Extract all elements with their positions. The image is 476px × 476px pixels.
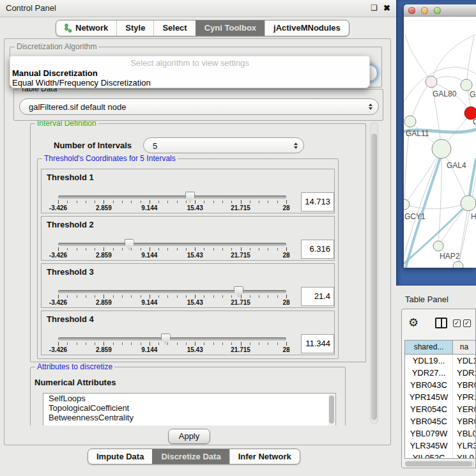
cell-shared-name[interactable]: YBR045C [405, 415, 453, 427]
table-row[interactable]: YIL052CYIL0 [405, 452, 475, 459]
attribute-list-item[interactable]: BetweennessCentrality [43, 413, 335, 422]
table-data-combobox[interactable]: galFiltered.sif default node [19, 98, 379, 115]
tick-label: 28 [282, 252, 289, 259]
attributes-list-scrollbar[interactable] [328, 394, 335, 426]
threshold-value-field[interactable]: 14.713 [301, 192, 334, 211]
cell-name[interactable]: YBL0 [453, 427, 475, 440]
settings-vertical-scrollbar[interactable] [370, 122, 378, 424]
table-row[interactable]: YDR27...YDR2 [405, 367, 475, 379]
network-edge[interactable] [431, 35, 476, 82]
number-of-intervals-combobox[interactable]: 5 [143, 137, 304, 153]
cell-name[interactable]: YLR3 [453, 440, 475, 452]
slider-major-ticks [58, 342, 286, 346]
zoom-traffic-light-icon[interactable] [434, 7, 441, 14]
popup-item-equal-width-frequency[interactable]: Equal Width/Frequency Discretization [12, 78, 151, 88]
tick-label: 21.715 [231, 204, 250, 211]
numerical-attributes-list[interactable]: SelfLoopsTopologicalCoefficientBetweenne… [43, 393, 336, 426]
tab-jactivemnodules[interactable]: jActiveMNodules [265, 20, 349, 36]
threshold-value-field[interactable]: 6.316 [301, 240, 334, 259]
number-of-intervals-label: Number of Intervals [54, 141, 132, 150]
tick-label: 28 [282, 346, 289, 353]
network-canvas[interactable]: GAL80GACGAL11GAL4GCY1HHAP2 [404, 17, 476, 268]
gear-icon[interactable]: ⚙ [408, 316, 418, 330]
close-icon[interactable]: ✖ [383, 3, 390, 13]
network-edge[interactable] [404, 203, 468, 209]
cell-name[interactable]: YIL0 [453, 452, 475, 459]
tab-impute-data[interactable]: Impute Data [88, 449, 152, 464]
column-header-name[interactable]: na [453, 341, 475, 354]
threshold-label: Threshold 2 [47, 220, 94, 229]
cell-shared-name[interactable]: YER054C [405, 403, 453, 415]
network-window-titlebar[interactable] [404, 4, 476, 17]
cell-name[interactable]: YDR2 [453, 367, 475, 379]
cell-shared-name[interactable]: YLR345W [405, 440, 453, 452]
network-node-GA-partial[interactable] [461, 79, 472, 91]
table-row[interactable]: YPR145WYPR1 [405, 391, 475, 403]
popup-item-manual-discretization[interactable]: Manual Discretization [12, 68, 98, 78]
apply-button[interactable]: Apply [168, 429, 210, 444]
control-panel-titlebar: Control Panel ❑ ✖ [0, 0, 396, 17]
cell-shared-name[interactable]: YDR27... [405, 367, 453, 379]
threshold-value-field[interactable]: 21.4 [301, 287, 334, 306]
table-row[interactable]: YBL079WYBL0 [405, 427, 475, 440]
tab-discretize-data[interactable]: Discretize Data [152, 449, 229, 464]
table-row[interactable]: YER054CYER0 [405, 403, 475, 415]
tab-select[interactable]: Select [153, 20, 195, 36]
cell-name[interactable]: YDL1 [453, 355, 475, 367]
float-window-icon[interactable]: ❑ [371, 3, 378, 12]
tick-label: 2.859 [96, 204, 112, 211]
node-label-GAL4: GAL4 [447, 161, 466, 170]
cell-name[interactable]: YPR1 [453, 391, 475, 403]
slider-track[interactable] [58, 243, 286, 246]
cell-shared-name[interactable]: YBR043C [405, 379, 453, 391]
tab-infer-network[interactable]: Infer Network [229, 449, 300, 464]
tick-label: 9.144 [141, 252, 157, 259]
checked-checkbox-icon[interactable]: ✓ [453, 319, 461, 327]
cell-shared-name[interactable]: YBL079W [405, 427, 453, 440]
cell-shared-name[interactable]: YDL19... [405, 355, 453, 367]
close-traffic-light-icon[interactable] [408, 7, 415, 14]
tick-label: 2.859 [96, 299, 112, 306]
table-row[interactable]: YBR045CYBR0 [405, 415, 475, 427]
network-edge[interactable] [458, 176, 476, 266]
split-columns-icon[interactable] [435, 318, 447, 328]
network-node-GAL11[interactable] [404, 116, 416, 127]
threshold-value-field[interactable]: 11.344 [301, 334, 334, 353]
tab-style[interactable]: Style [116, 20, 153, 36]
cell-name[interactable]: YBR0 [453, 415, 475, 427]
network-node-HAP2[interactable] [433, 241, 443, 251]
cell-name[interactable]: YER0 [453, 403, 475, 415]
network-node-GAL80[interactable] [426, 76, 437, 88]
table-row[interactable]: YBR043CYBR0 [405, 379, 475, 391]
cell-shared-name[interactable]: YPR145W [405, 391, 453, 403]
network-edge[interactable] [466, 36, 474, 85]
tab-cyni-toolbox[interactable]: Cyni Toolbox [196, 20, 265, 36]
network-edge[interactable] [404, 149, 441, 204]
table-row[interactable]: YDL19...YDL1 [405, 355, 475, 367]
table-horizontal-scrollbar[interactable] [404, 461, 475, 467]
attribute-list-item[interactable]: TopologicalCoefficient [43, 403, 335, 413]
threshold-label: Threshold 1 [47, 173, 94, 182]
column-header-shared-name[interactable]: shared... [405, 341, 453, 354]
checked-checkbox-icon[interactable]: ✓ [463, 319, 471, 327]
network-edge[interactable] [405, 35, 431, 82]
slider-track[interactable] [58, 337, 286, 341]
settings-scroll-viewport: Interval Definition Number of Intervals … [6, 121, 375, 426]
slider-track[interactable] [58, 196, 286, 199]
tab-network[interactable]: Network [56, 20, 116, 36]
table-row[interactable]: YLR345WYLR3 [405, 440, 475, 452]
network-edge[interactable] [410, 82, 431, 121]
table-panel-title: Table Panel [405, 295, 449, 304]
cell-shared-name[interactable]: YIL052C [405, 452, 453, 459]
network-node-GCY1[interactable] [404, 199, 410, 210]
threshold-panel: Threshold 2 -3.4262.8599.14415.4321.7152… [41, 216, 335, 261]
slider-tick-labels: -3.4262.8599.14415.4321.71528 [58, 204, 286, 212]
minimize-traffic-light-icon[interactable] [421, 7, 428, 14]
cell-name[interactable]: YBR0 [453, 379, 475, 391]
tab-discretize-data-label: Discretize Data [161, 449, 220, 464]
network-node-GAL4[interactable] [432, 139, 451, 158]
network-node-H-partial[interactable] [461, 196, 476, 211]
tick-label: 28 [282, 204, 289, 211]
slider-track[interactable] [58, 290, 286, 293]
attribute-list-item[interactable]: SelfLoops [43, 394, 335, 403]
